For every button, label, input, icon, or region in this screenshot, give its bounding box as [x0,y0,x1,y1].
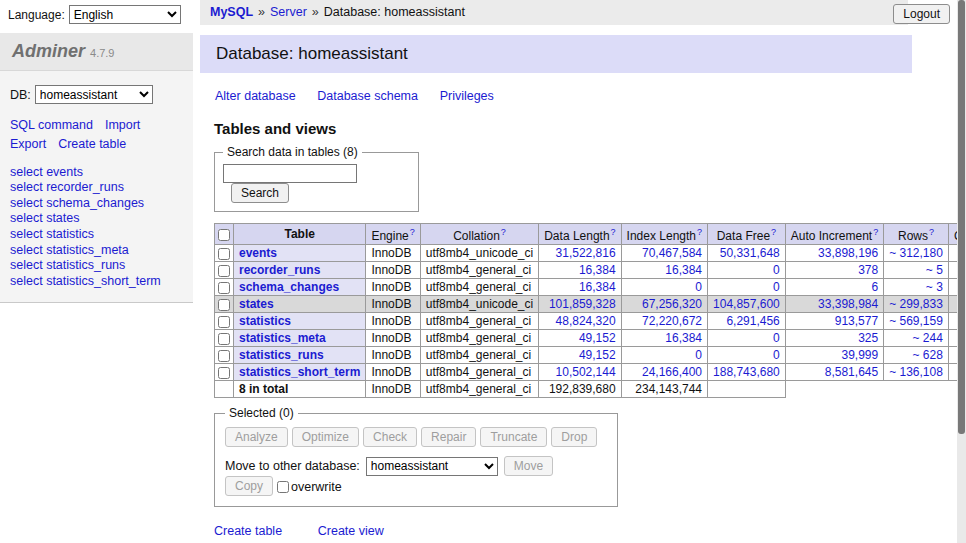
row-checkbox[interactable] [218,367,230,379]
data-free-link[interactable]: 0 [773,280,780,294]
index-length-link[interactable]: 72,220,672 [642,314,702,328]
sidebar-item-select-events[interactable]: select events [10,165,183,181]
rows-count-link[interactable]: ~ 569,159 [889,314,943,328]
auto-increment-link[interactable]: 33,398,984 [818,297,878,311]
table-link[interactable]: statistics [239,314,291,328]
table-link[interactable]: events [239,246,277,260]
data-free-link[interactable]: 0 [773,348,780,362]
data-free-link[interactable]: 0 [773,263,780,277]
rows-count-link[interactable]: ~ 299,833 [889,297,943,311]
help-icon[interactable]: ? [410,227,415,237]
truncate-button[interactable]: Truncate [480,427,547,447]
rows-count-link[interactable]: ~ 244 [913,331,943,345]
help-icon[interactable]: ? [929,227,934,237]
check-button[interactable]: Check [363,427,417,447]
rows-count-link[interactable]: ~ 3 [926,280,943,294]
auto-increment-link[interactable]: 378 [858,263,878,277]
row-checkbox[interactable] [218,316,230,328]
alter-database-link[interactable]: Alter database [215,89,296,103]
data-length-link[interactable]: 16,384 [579,263,616,277]
row-checkbox[interactable] [218,333,230,345]
auto-increment-link[interactable]: 33,898,196 [818,246,878,260]
row-checkbox[interactable] [218,282,230,294]
sidebar-item-select-statistics-runs[interactable]: select statistics_runs [10,258,183,274]
row-checkbox[interactable] [218,265,230,277]
scrollbar[interactable] [957,0,966,543]
language-select[interactable]: English [69,5,181,24]
logout-button[interactable]: Logout [893,4,950,24]
sidebar-item-select-statistics-meta[interactable]: select statistics_meta [10,243,183,259]
data-free-link[interactable]: 50,331,648 [720,246,780,260]
index-length-link[interactable]: 16,384 [665,331,702,345]
sidebar-link-create-table[interactable]: Create table [58,137,126,151]
database-schema-link[interactable]: Database schema [317,89,418,103]
help-icon[interactable]: ? [501,227,506,237]
table-link[interactable]: schema_changes [239,280,339,294]
data-length-link[interactable]: 48,824,320 [556,314,616,328]
breadcrumb-server-link[interactable]: Server [270,5,307,19]
rows-count-link[interactable]: ~ 312,180 [889,246,943,260]
index-length-link[interactable]: 0 [695,348,702,362]
data-length-link[interactable]: 49,152 [579,348,616,362]
index-length-link[interactable]: 24,166,400 [642,365,702,379]
data-length-link[interactable]: 31,522,816 [556,246,616,260]
table-link[interactable]: states [239,297,274,311]
help-icon[interactable]: ? [873,227,878,237]
sidebar-link-export[interactable]: Export [10,137,46,151]
data-length-link[interactable]: 101,859,328 [549,297,616,311]
move-button[interactable]: Move [504,456,553,476]
table-link[interactable]: statistics_runs [239,348,324,362]
rows-count-link[interactable]: ~ 628 [913,348,943,362]
row-checkbox[interactable] [218,350,230,362]
copy-button[interactable]: Copy [225,476,273,496]
breadcrumb-mysql-link[interactable]: MySQL [210,5,253,19]
sidebar-item-select-recorder-runs[interactable]: select recorder_runs [10,180,183,196]
table-link[interactable]: statistics_short_term [239,365,360,379]
drop-button[interactable]: Drop [551,427,597,447]
auto-increment-link[interactable]: 325 [858,331,878,345]
row-checkbox[interactable] [218,248,230,260]
search-input[interactable] [223,164,357,183]
analyze-button[interactable]: Analyze [225,427,288,447]
data-free-link[interactable]: 6,291,456 [726,314,779,328]
move-database-select[interactable]: homeassistant [366,457,498,476]
optimize-button[interactable]: Optimize [292,427,359,447]
select-all-checkbox[interactable] [218,229,230,241]
data-length-link[interactable]: 49,152 [579,331,616,345]
auto-increment-link[interactable]: 39,999 [841,348,878,362]
data-length-link[interactable]: 10,502,144 [556,365,616,379]
help-icon[interactable]: ? [771,227,776,237]
create-view-link[interactable]: Create view [318,524,384,538]
data-length-link[interactable]: 16,384 [579,280,616,294]
row-checkbox[interactable] [218,299,230,311]
table-link[interactable]: statistics_meta [239,331,326,345]
index-length-link[interactable]: 0 [695,280,702,294]
sidebar-item-select-states[interactable]: select states [10,211,183,227]
help-icon[interactable]: ? [697,227,702,237]
sidebar-link-sql-command[interactable]: SQL command [10,118,93,132]
index-length-link[interactable]: 67,256,320 [642,297,702,311]
help-icon[interactable]: ? [611,227,616,237]
auto-increment-link[interactable]: 913,577 [835,314,878,328]
sidebar-item-select-statistics[interactable]: select statistics [10,227,183,243]
create-table-link[interactable]: Create table [214,524,282,538]
index-length-link[interactable]: 16,384 [665,263,702,277]
auto-increment-link[interactable]: 8,581,645 [825,365,878,379]
index-length-link[interactable]: 70,467,584 [642,246,702,260]
table-link[interactable]: recorder_runs [239,263,320,277]
rows-count-link[interactable]: ~ 136,108 [889,365,943,379]
scrollbar-thumb[interactable] [958,0,965,434]
auto-increment-link[interactable]: 6 [871,280,878,294]
privileges-link[interactable]: Privileges [440,89,494,103]
search-button[interactable]: Search [231,183,289,203]
db-select[interactable]: homeassistant [35,85,153,104]
data-free-link[interactable]: 188,743,680 [713,365,780,379]
data-free-link[interactable]: 104,857,600 [713,297,780,311]
sidebar-link-import[interactable]: Import [105,118,140,132]
rows-count-link[interactable]: ~ 5 [926,263,943,277]
sidebar-item-select-schema-changes[interactable]: select schema_changes [10,196,183,212]
overwrite-checkbox[interactable] [277,481,289,493]
data-free-link[interactable]: 0 [773,331,780,345]
sidebar-item-select-statistics-short-term[interactable]: select statistics_short_term [10,274,183,290]
repair-button[interactable]: Repair [421,427,476,447]
